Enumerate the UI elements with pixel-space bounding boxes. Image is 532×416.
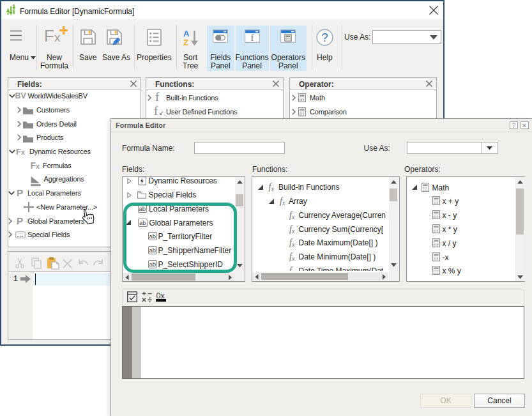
svg-text:f: f bbox=[250, 33, 254, 43]
svg-text:?: ? bbox=[321, 31, 328, 44]
